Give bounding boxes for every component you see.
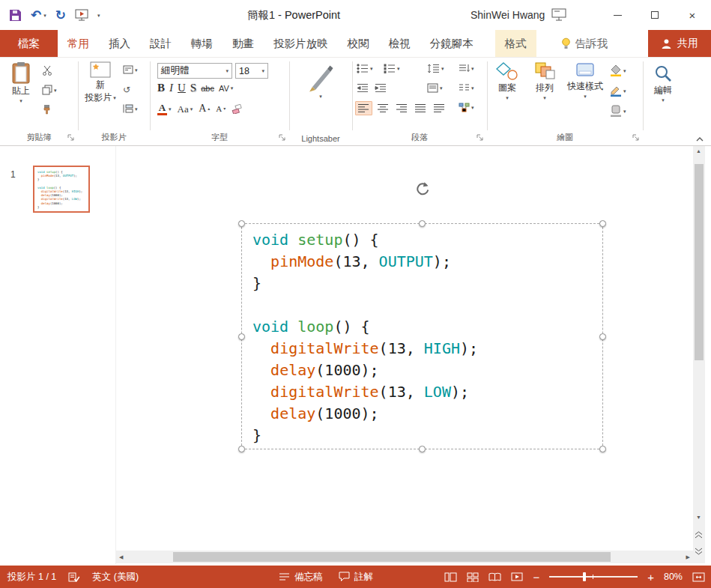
zoom-in-button[interactable]: +: [647, 571, 654, 584]
scroll-left-button[interactable]: ◀: [119, 554, 123, 560]
zoom-slider[interactable]: [549, 572, 638, 581]
qat-customize-button[interactable]: ▾: [97, 13, 100, 18]
italic-button[interactable]: I: [169, 82, 173, 94]
scroll-up-button[interactable]: ▲: [696, 148, 701, 154]
zoom-out-button[interactable]: −: [533, 571, 539, 584]
tab-review[interactable]: 校閱: [338, 30, 379, 57]
view-slideshow-button[interactable]: [511, 572, 523, 581]
line-spacing-button[interactable]: ▾: [427, 64, 444, 73]
shrink-font-button[interactable]: A ▾: [216, 105, 226, 113]
view-reading-button[interactable]: [488, 572, 501, 581]
comments-button[interactable]: 註解: [339, 566, 373, 588]
align-right-button[interactable]: [394, 102, 410, 115]
tab-view[interactable]: 檢視: [379, 30, 420, 57]
text-shadow-button[interactable]: S: [190, 82, 196, 94]
decrease-indent-button[interactable]: [357, 83, 369, 93]
next-slide-button[interactable]: [695, 548, 703, 555]
scroll-down-button[interactable]: ▼: [696, 515, 701, 520]
align-text-button[interactable]: ▾: [427, 83, 443, 93]
selection-handle-middle-right[interactable]: [599, 333, 606, 340]
font-size-combo[interactable]: 18 ▾: [235, 63, 268, 79]
drawing-dialog-launcher[interactable]: [632, 134, 640, 142]
strikethrough-button[interactable]: abc: [201, 84, 214, 93]
collapse-ribbon-button[interactable]: [696, 137, 704, 142]
scroll-right-button[interactable]: ▶: [686, 554, 690, 560]
bold-button[interactable]: B: [157, 82, 165, 94]
align-center-button[interactable]: [375, 102, 391, 115]
lightsaber-button[interactable]: ▾: [306, 62, 336, 99]
bullets-button[interactable]: ▾: [357, 64, 373, 73]
editing-button[interactable]: 編輯 ▾: [649, 64, 677, 103]
font-dialog-launcher[interactable]: [279, 134, 286, 142]
selection-handle-top-left[interactable]: [238, 220, 245, 227]
section-button[interactable]: ▾: [123, 104, 138, 113]
zoom-slider-handle[interactable]: [583, 572, 586, 581]
change-case-button[interactable]: Aa ▾: [178, 104, 193, 114]
vertical-scrollbar[interactable]: ▲ ▼: [693, 146, 705, 563]
font-color-button[interactable]: A ▾: [157, 102, 172, 115]
tab-home[interactable]: 常用: [58, 30, 99, 57]
selection-handle-bottom-middle[interactable]: [419, 446, 426, 452]
clipboard-dialog-launcher[interactable]: [67, 134, 75, 142]
tab-storyboarding[interactable]: 分鏡腳本: [420, 30, 483, 57]
previous-slide-button[interactable]: [695, 531, 703, 539]
shape-outline-button[interactable]: ▾: [610, 85, 626, 97]
format-painter-button[interactable]: [42, 104, 52, 115]
maximize-button[interactable]: [636, 0, 674, 30]
shape-fill-button[interactable]: ▾: [610, 64, 626, 76]
tab-animations[interactable]: 動畫: [223, 30, 264, 57]
columns-button[interactable]: ▾: [459, 83, 474, 93]
start-slideshow-button[interactable]: [75, 9, 88, 21]
tab-transitions[interactable]: 轉場: [181, 30, 223, 57]
slide-code-text[interactable]: void setup() { pinMode(13, OUTPUT);} voi…: [252, 229, 478, 446]
quick-styles-button[interactable]: 快速樣式 ▾: [563, 61, 607, 99]
tab-tell-me[interactable]: 告訴我: [551, 30, 618, 57]
save-button[interactable]: [9, 9, 22, 22]
slide-thumbnail[interactable]: void setup() { pinMode(13, OUTPUT);} voi…: [33, 166, 90, 213]
minimize-button[interactable]: [599, 0, 636, 30]
selection-handle-top-middle[interactable]: [419, 220, 426, 227]
zoom-level[interactable]: 80%: [664, 572, 683, 582]
increase-indent-button[interactable]: [375, 83, 387, 93]
selection-handle-bottom-right[interactable]: [599, 446, 606, 452]
align-left-button[interactable]: [355, 101, 372, 115]
copy-button[interactable]: ▾: [42, 85, 57, 95]
distribute-button[interactable]: [432, 102, 447, 115]
close-button[interactable]: ×: [674, 0, 711, 30]
numbering-button[interactable]: ▾: [384, 64, 400, 73]
selection-handle-middle-left[interactable]: [238, 333, 245, 340]
underline-button[interactable]: U: [178, 82, 186, 94]
tab-insert[interactable]: 插入: [99, 30, 140, 57]
text-direction-button[interactable]: ▾: [459, 64, 474, 73]
horizontal-scrollbar[interactable]: ◀ ▶: [116, 551, 693, 563]
tab-design[interactable]: 設計: [140, 30, 181, 57]
redo-button[interactable]: ↻: [55, 9, 66, 22]
tab-slide-show[interactable]: 投影片放映: [264, 30, 338, 57]
shape-effects-button[interactable]: ▾: [610, 105, 626, 117]
view-slide-sorter-button[interactable]: [467, 572, 479, 582]
display-settings-button[interactable]: [551, 8, 566, 21]
paste-button[interactable]: 貼上 ▾: [4, 61, 37, 103]
fit-to-window-button[interactable]: [692, 572, 705, 582]
view-normal-button[interactable]: [444, 572, 457, 582]
selection-handle-top-right[interactable]: [599, 220, 606, 227]
new-slide-button[interactable]: 新 投影片▾: [81, 61, 120, 103]
paragraph-dialog-launcher[interactable]: [476, 134, 484, 142]
horizontal-scrollbar-thumb[interactable]: [173, 552, 611, 562]
rotate-handle[interactable]: [414, 181, 431, 197]
spellcheck-button[interactable]: [68, 572, 80, 582]
selection-handle-bottom-left[interactable]: [238, 446, 245, 452]
convert-smartart-button[interactable]: ▾: [459, 103, 474, 112]
zoom-slider-track[interactable]: [549, 576, 638, 578]
tab-format[interactable]: 格式: [495, 30, 536, 57]
tab-file[interactable]: 檔案: [0, 30, 58, 57]
share-button[interactable]: 共用: [648, 30, 711, 57]
notes-button[interactable]: 備忘稿: [279, 566, 323, 588]
char-spacing-button[interactable]: AV ▾: [219, 84, 233, 93]
slide-layout-button[interactable]: ▾: [123, 65, 138, 74]
undo-button[interactable]: ↶ ▾: [31, 9, 46, 22]
justify-button[interactable]: [413, 102, 429, 115]
arrange-button[interactable]: 排列 ▾: [526, 61, 563, 100]
font-name-combo[interactable]: 細明體 ▾: [157, 63, 232, 79]
language-indicator[interactable]: 英文 (美國): [92, 571, 139, 584]
